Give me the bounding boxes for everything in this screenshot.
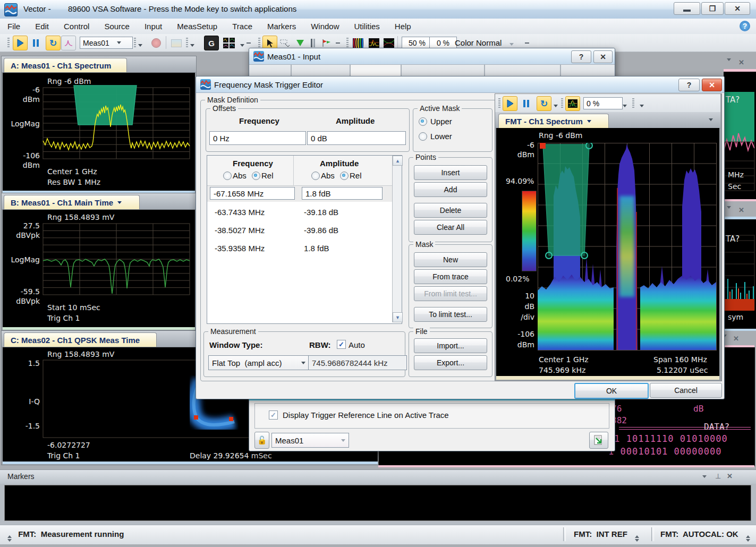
upper-mask-radio[interactable] — [419, 117, 427, 126]
status-spinner-icon[interactable] — [635, 535, 639, 542]
overlap-percent-field[interactable]: 0 % — [429, 37, 457, 49]
dialog-help-button[interactable]: ? — [571, 50, 591, 63]
grid-options-button[interactable]: G — [204, 36, 219, 50]
tab-window-a[interactable]: A: Meas01 - Ch1 Spectrum — [4, 58, 127, 72]
measurement-select[interactable]: Meas01 — [80, 37, 133, 49]
menu-edit[interactable]: Edit — [28, 20, 56, 33]
play-button[interactable] — [13, 36, 28, 50]
toolbar-grip[interactable] — [134, 38, 136, 48]
lower-mask-radio[interactable] — [419, 132, 427, 141]
close-icon[interactable]: ✕ — [733, 335, 739, 343]
amplitude-abs-radio[interactable] — [311, 172, 320, 180]
dialog-close-button[interactable]: ✕ — [593, 50, 613, 63]
toolbar-overflow-icon[interactable] — [640, 105, 644, 107]
restore-button[interactable]: ❐ — [701, 2, 724, 15]
pause-button[interactable] — [28, 36, 43, 50]
menu-trace[interactable]: Trace — [225, 20, 260, 33]
scroll-down-icon[interactable]: ▼ — [393, 312, 403, 322]
to-limit-test-button[interactable]: To limit test... — [414, 307, 487, 322]
close-button[interactable]: ✕ — [725, 2, 750, 15]
toolbar-collapse-icon[interactable] — [525, 42, 529, 44]
menu-control[interactable]: Control — [56, 20, 97, 33]
from-limit-test-button[interactable]: From limit test... — [414, 286, 487, 301]
toolbar-grip[interactable] — [186, 38, 188, 48]
close-icon[interactable]: ✕ — [727, 472, 733, 480]
apply-button[interactable] — [589, 432, 608, 449]
toolbar-collapse-icon[interactable] — [247, 42, 251, 44]
restart-button[interactable]: ↻ — [46, 36, 61, 50]
frequency-abs-radio[interactable] — [223, 172, 232, 180]
table-scrollbar[interactable]: ▲ ▼ — [392, 156, 402, 322]
fmt-play-button[interactable] — [503, 96, 517, 111]
display-trigger-checkbox[interactable]: ✓ — [269, 411, 278, 420]
menu-input[interactable]: Input — [137, 20, 169, 33]
menu-meassetup[interactable]: MeasSetup — [169, 20, 225, 33]
toolbar-grip[interactable] — [561, 98, 563, 108]
menu-window[interactable]: Window — [303, 20, 346, 33]
toolbar-grip[interactable] — [346, 38, 349, 48]
toolbar-overflow-icon[interactable] — [554, 105, 558, 107]
table-row[interactable]: -63.7433 MHz -39.18 dB — [207, 204, 392, 220]
cancel-button[interactable]: Cancel — [650, 383, 722, 398]
tab-fmt-spectrum[interactable]: FMT - Ch1 Spectrum — [498, 114, 609, 128]
rbw-auto-checkbox[interactable]: ✓ — [337, 340, 346, 349]
fmt-percent-field[interactable]: 0 % — [583, 97, 623, 109]
fmt-restart-button[interactable]: ↻ — [537, 96, 551, 111]
screenshot-button[interactable] — [169, 36, 184, 50]
table-row[interactable]: -35.9358 MHz 1.8 fdB — [207, 241, 392, 257]
amplitude-rel-radio[interactable] — [340, 172, 349, 180]
minimize-button[interactable] — [674, 2, 700, 15]
menu-help[interactable]: Help — [387, 20, 419, 33]
layout-button[interactable] — [220, 36, 238, 50]
dialog-close-button[interactable]: ✕ — [702, 79, 722, 91]
delete-button[interactable]: Delete — [414, 203, 487, 218]
toolbar-grip[interactable] — [632, 98, 634, 108]
menu-markers[interactable]: Markers — [260, 20, 303, 33]
toolbar-grip[interactable] — [498, 98, 500, 108]
record-button[interactable] — [149, 36, 164, 50]
status-spinner-icon[interactable] — [746, 535, 750, 542]
fmt-density-button[interactable] — [565, 96, 580, 111]
from-trace-button[interactable]: From trace — [414, 269, 487, 284]
help-icon[interactable]: ? — [740, 21, 750, 31]
offset-frequency-field[interactable]: 0 Hz — [209, 131, 306, 145]
insert-button[interactable]: Insert — [414, 165, 487, 180]
ok-button[interactable]: OK — [574, 383, 649, 399]
table-row[interactable]: -67.1658 MHz 1.8 fdB — [207, 186, 392, 202]
menu-source[interactable]: Source — [97, 20, 137, 33]
tab-window-b[interactable]: B: Meas01 - Ch1 Main Time — [4, 195, 140, 209]
tab-window-c[interactable]: C: Meas02 - Ch1 QPSK Meas Time — [4, 332, 157, 347]
frequency-rel-radio[interactable] — [252, 172, 260, 180]
rbw-field[interactable]: 745.9686782444 kHz — [308, 355, 407, 370]
chevron-down-icon[interactable] — [702, 475, 707, 478]
trigger-setup-button[interactable] — [61, 36, 76, 50]
menu-file[interactable]: File — [0, 20, 28, 33]
row-amplitude-edit[interactable]: 1.8 fdB — [302, 187, 383, 200]
close-icon[interactable]: ✕ — [738, 206, 744, 214]
toolbar-overflow-icon[interactable] — [623, 105, 627, 107]
input-meas-select[interactable]: Meas01 — [271, 433, 349, 448]
scroll-up-icon[interactable]: ▲ — [393, 156, 403, 166]
row-frequency-edit[interactable]: -67.1658 MHz — [210, 187, 295, 200]
toolbar-grip[interactable] — [7, 38, 10, 48]
chevron-down-icon[interactable] — [727, 58, 731, 61]
export-button[interactable]: Export... — [414, 355, 487, 370]
chevron-down-icon[interactable] — [727, 206, 731, 209]
layout-dropdown-icon[interactable] — [240, 44, 244, 47]
chevron-down-icon[interactable] — [709, 118, 713, 121]
toolbar-overflow-icon[interactable] — [190, 44, 194, 47]
pin-icon[interactable]: ⊥ — [715, 472, 721, 480]
status-spinner-icon[interactable] — [7, 535, 12, 542]
clear-all-button[interactable]: Clear All — [414, 220, 487, 235]
dialog-help-button[interactable]: ? — [678, 79, 700, 91]
window-type-select[interactable]: Flat Top (ampl acc) — [208, 355, 309, 370]
lock-button[interactable]: 🔓 — [254, 432, 269, 449]
toolbar-collapse-icon[interactable] — [336, 42, 340, 44]
import-button[interactable]: Import... — [414, 338, 487, 353]
color-mode-select[interactable]: Color Normal — [455, 38, 514, 47]
toolbar-grip[interactable] — [258, 38, 260, 48]
fmt-pause-button[interactable] — [519, 96, 533, 111]
average-percent-field[interactable]: 50 % — [402, 37, 432, 49]
table-row[interactable]: -38.5027 MHz -39.86 dB — [207, 223, 392, 238]
new-mask-button[interactable]: New — [414, 252, 487, 267]
